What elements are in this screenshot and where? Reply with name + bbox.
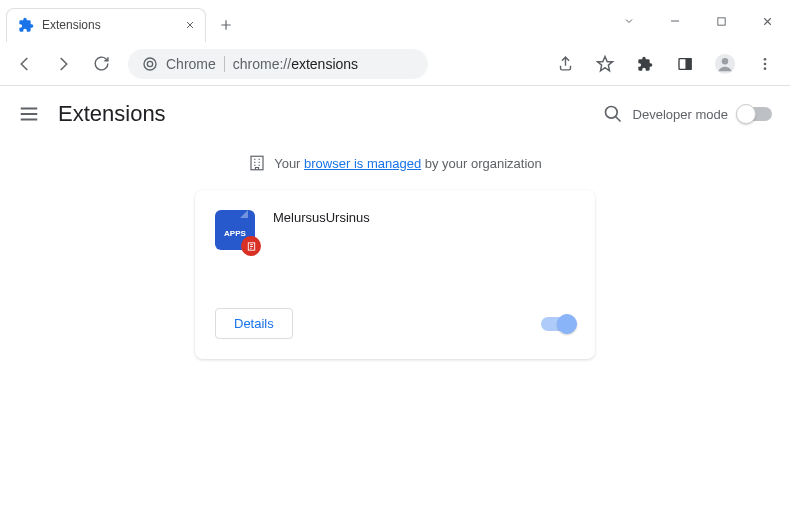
developer-mode-toggle[interactable] <box>738 107 772 121</box>
close-window-button[interactable] <box>744 6 790 36</box>
extensions-grid: APPS MelursusUrsinus Details <box>0 190 790 359</box>
dropdown-icon[interactable] <box>606 6 652 36</box>
hamburger-menu-icon[interactable] <box>18 103 40 125</box>
window-titlebar: Extensions <box>0 0 790 42</box>
building-icon <box>248 154 266 172</box>
profile-button[interactable] <box>708 47 742 81</box>
back-button[interactable] <box>8 47 42 81</box>
address-bar[interactable]: Chrome chrome://extensions <box>128 49 428 79</box>
browser-toolbar: Chrome chrome://extensions <box>0 42 790 86</box>
reload-button[interactable] <box>84 47 118 81</box>
extension-name: MelursusUrsinus <box>273 210 370 300</box>
developer-mode-label: Developer mode <box>633 107 728 122</box>
close-tab-icon[interactable] <box>184 19 196 31</box>
chrome-menu-button[interactable] <box>748 47 782 81</box>
extension-icon-label: APPS <box>224 229 246 238</box>
tab-title: Extensions <box>42 18 101 32</box>
svg-point-10 <box>605 107 617 119</box>
managed-text: Your browser is managed by your organiza… <box>274 156 542 171</box>
svg-point-9 <box>764 67 767 70</box>
new-tab-button[interactable] <box>212 11 240 39</box>
svg-rect-0 <box>717 17 724 24</box>
puzzle-icon <box>18 17 34 33</box>
extensions-header: Extensions Developer mode <box>0 86 790 142</box>
share-button[interactable] <box>548 47 582 81</box>
omnibox-url-path: extensions <box>291 56 358 72</box>
bookmark-button[interactable] <box>588 47 622 81</box>
extension-enable-toggle[interactable] <box>541 317 575 331</box>
page-title: Extensions <box>58 101 166 127</box>
svg-point-8 <box>764 62 767 65</box>
minimize-button[interactable] <box>652 6 698 36</box>
maximize-button[interactable] <box>698 6 744 36</box>
site-info-icon[interactable] <box>142 56 158 72</box>
managed-link[interactable]: browser is managed <box>304 156 421 171</box>
svg-point-7 <box>764 58 767 61</box>
extension-icon: APPS <box>215 210 255 250</box>
omnibox-scheme: Chrome <box>166 56 216 72</box>
svg-point-6 <box>722 58 728 64</box>
extensions-button[interactable] <box>628 47 662 81</box>
browser-tab[interactable]: Extensions <box>6 8 206 42</box>
forward-button[interactable] <box>46 47 80 81</box>
omnibox-divider <box>224 56 225 72</box>
details-button[interactable]: Details <box>215 308 293 339</box>
svg-point-2 <box>147 61 152 66</box>
extension-card: APPS MelursusUrsinus Details <box>195 190 595 359</box>
side-panel-button[interactable] <box>668 47 702 81</box>
svg-rect-4 <box>686 58 691 69</box>
window-controls <box>606 6 790 36</box>
omnibox-url-prefix: chrome:// <box>233 56 291 72</box>
policy-badge-icon <box>241 236 261 256</box>
svg-point-1 <box>144 58 156 70</box>
managed-banner: Your browser is managed by your organiza… <box>0 142 790 190</box>
search-icon[interactable] <box>603 104 623 124</box>
